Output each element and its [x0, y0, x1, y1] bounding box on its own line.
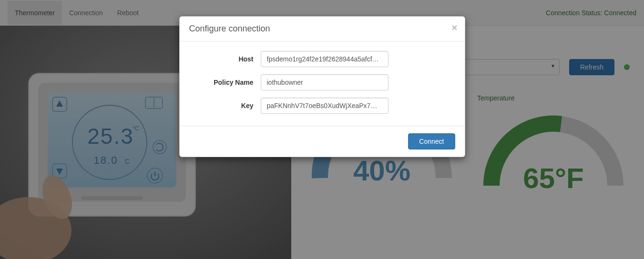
modal-title: Configure connection [189, 24, 270, 33]
key-field[interactable] [261, 98, 388, 114]
modal-body: Host Policy Name Key [180, 41, 465, 126]
policy-name-field[interactable] [261, 74, 388, 90]
connect-button[interactable]: Connect [408, 133, 455, 149]
policy-name-label: Policy Name [194, 79, 261, 86]
key-label: Key [194, 102, 261, 110]
modal-header: Configure connection × [180, 17, 465, 41]
host-field[interactable] [261, 51, 388, 67]
host-label: Host [194, 55, 261, 63]
close-icon[interactable]: × [451, 22, 457, 32]
app-root: Thermometer Connection Reboot Connection… [0, 0, 644, 259]
modal-footer: Connect [180, 126, 465, 157]
configure-connection-modal: Configure connection × Host Policy Name … [179, 16, 465, 157]
